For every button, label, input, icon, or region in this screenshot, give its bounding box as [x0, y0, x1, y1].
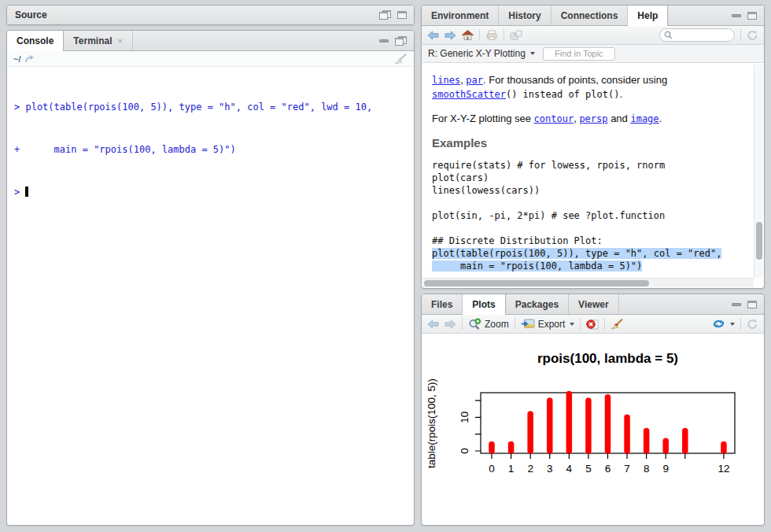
svg-text:2: 2: [527, 463, 533, 475]
next-plot-icon[interactable]: [445, 320, 456, 329]
tab-terminal[interactable]: Terminal ×: [64, 31, 133, 50]
refresh-plot-icon[interactable]: [747, 319, 758, 330]
tab-plots[interactable]: Plots: [463, 294, 505, 315]
tab-terminal-label: Terminal: [73, 35, 112, 46]
close-terminal-icon[interactable]: ×: [117, 36, 122, 46]
help-code-line: plot(sin, -pi, 2*pi) # see ?plot.functio…: [432, 209, 751, 222]
link-image[interactable]: image: [630, 113, 658, 124]
help-code-line: [432, 197, 751, 209]
tab-history[interactable]: History: [499, 6, 551, 25]
source-pane-header: Source: [7, 6, 414, 24]
console-line: + main = "rpois(100, lambda = 5)"): [14, 142, 407, 157]
plots-tabbar: Files Plots Packages Viewer: [422, 294, 764, 315]
text-cursor: [25, 187, 28, 197]
tab-files[interactable]: Files: [422, 294, 463, 314]
remove-plot-icon[interactable]: [586, 319, 599, 330]
console-path-row: ~/: [7, 51, 414, 67]
clear-all-plots-icon[interactable]: [611, 318, 624, 330]
clear-console-icon[interactable]: [394, 53, 408, 65]
scrollbar-thumb[interactable]: [424, 280, 649, 286]
help-toolbar: [422, 26, 764, 45]
help-topic-selector[interactable]: R: Generic X-Y Plotting: [428, 48, 535, 59]
tab-console-label: Console: [17, 35, 53, 46]
help-vertical-scrollbar[interactable]: [754, 65, 763, 278]
link-smoothscatter[interactable]: smoothScatter: [432, 89, 506, 100]
svg-text:10: 10: [459, 412, 470, 423]
console-prompt-line: >: [14, 185, 407, 199]
export-plot-button[interactable]: Export: [521, 319, 575, 330]
previous-plot-icon[interactable]: [427, 320, 439, 329]
goto-directory-icon[interactable]: [24, 55, 35, 63]
refresh-icon[interactable]: [747, 30, 758, 41]
help-horizontal-scrollbar[interactable]: [422, 278, 754, 287]
find-in-topic-input[interactable]: [543, 47, 615, 61]
tab-viewer-label: Viewer: [578, 299, 608, 310]
tab-packages[interactable]: Packages: [506, 294, 569, 314]
link-par[interactable]: par: [466, 75, 483, 86]
tab-help[interactable]: Help: [628, 6, 668, 26]
svg-text:12: 12: [718, 463, 729, 475]
svg-text:0: 0: [489, 463, 495, 475]
examples-heading: Examples: [432, 136, 751, 150]
console-tabbar: Console Terminal ×: [7, 31, 414, 51]
tab-connections[interactable]: Connections: [552, 6, 629, 25]
zoom-plot-button[interactable]: Zoom: [468, 318, 509, 330]
rstudio-window: Source Console Terminal × ~/: [0, 0, 771, 532]
maximize-pane-icon[interactable]: [747, 12, 757, 20]
svg-text:5: 5: [585, 463, 592, 475]
show-in-new-window-icon[interactable]: [510, 30, 522, 40]
link-lines[interactable]: lines: [432, 75, 460, 86]
link-persp[interactable]: persp: [579, 113, 607, 124]
tab-console[interactable]: Console: [7, 31, 64, 51]
help-code-line: lines(lowess(cars)): [432, 184, 751, 197]
source-pane: Source: [6, 5, 415, 25]
export-label: Export: [538, 319, 566, 330]
source-pane-title: Source: [7, 6, 55, 24]
help-tabbar: Environment History Connections Help: [422, 6, 764, 26]
svg-text:7: 7: [624, 463, 630, 475]
zoom-label: Zoom: [485, 319, 509, 330]
zoom-plot-icon: [468, 318, 481, 330]
help-code-line: main = "rpois(100, lambda = 5)"): [432, 260, 751, 272]
help-topicbar: R: Generic X-Y Plotting: [422, 45, 764, 63]
restore-pane-icon[interactable]: [395, 36, 407, 46]
help-pane: Environment History Connections Help: [421, 5, 765, 289]
help-code-line: [432, 272, 751, 278]
chevron-down-icon: [570, 323, 574, 326]
minimize-pane-icon[interactable]: [732, 303, 741, 306]
minimize-pane-icon[interactable]: [732, 14, 741, 17]
maximize-pane-icon[interactable]: [397, 11, 407, 19]
help-search-box[interactable]: [659, 28, 735, 42]
minimize-pane-icon[interactable]: [379, 39, 389, 42]
help-search-input[interactable]: [675, 31, 730, 40]
restore-pane-icon[interactable]: [379, 10, 391, 20]
plots-toolbar: Zoom Export: [422, 315, 764, 334]
publish-icon: [712, 319, 725, 329]
tab-environment-label: Environment: [431, 10, 489, 21]
tab-environment[interactable]: Environment: [422, 6, 499, 25]
help-code-line: require(stats) # for lowess, rpois, rnor…: [432, 159, 751, 172]
scrollbar-thumb[interactable]: [756, 222, 762, 260]
help-code-line: ## Discrete Distribution Plot:: [432, 235, 751, 247]
publish-button[interactable]: [712, 319, 735, 329]
tab-files-label: Files: [431, 299, 452, 310]
console-input-area[interactable]: > plot(table(rpois(100, 5)), type = "h",…: [8, 68, 413, 524]
help-paragraph: For X-Y-Z plotting see contour, persp an…: [432, 112, 751, 126]
plot-image: rpois(100, lambda = 5)table(rpois(100, 5…: [422, 334, 765, 525]
svg-text:8: 8: [644, 463, 650, 475]
maximize-pane-icon[interactable]: [747, 301, 757, 308]
svg-text:1: 1: [508, 463, 515, 475]
console-line: > plot(table(rpois(100, 5)), type = "h",…: [14, 100, 407, 114]
chevron-down-icon: [530, 52, 535, 55]
forward-icon[interactable]: [445, 31, 456, 40]
print-icon[interactable]: [485, 30, 498, 40]
home-icon[interactable]: [462, 30, 474, 40]
back-icon[interactable]: [427, 31, 439, 40]
svg-text:4: 4: [566, 463, 573, 475]
tab-viewer[interactable]: Viewer: [569, 294, 618, 314]
help-code-line: [432, 222, 751, 235]
svg-text:0: 0: [459, 448, 470, 454]
help-code-line: plot(table(rpois(100, 5)), type = "h", c…: [432, 247, 751, 260]
link-contour[interactable]: contour: [534, 113, 574, 124]
chevron-down-icon: [730, 323, 735, 326]
